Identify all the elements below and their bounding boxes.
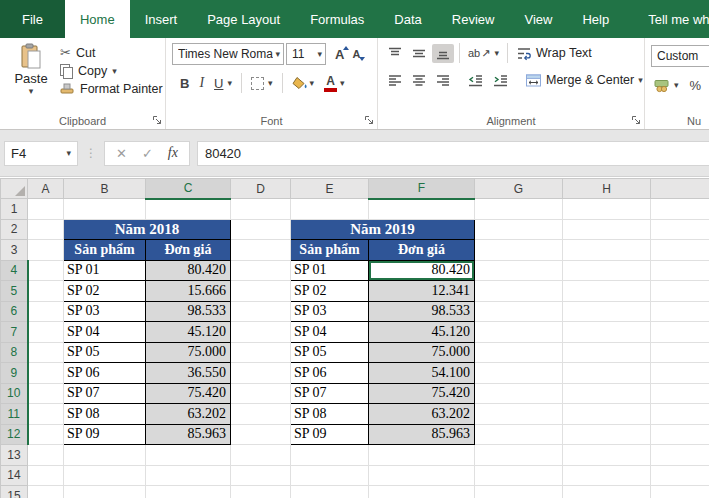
fill-color-button[interactable]: ▾ — [288, 74, 319, 93]
cell-G6[interactable] — [475, 301, 563, 322]
cell-I15[interactable] — [651, 486, 709, 498]
cell-E2[interactable]: Năm 2019 — [291, 219, 475, 240]
tab-help[interactable]: Help — [567, 0, 624, 38]
tab-insert[interactable]: Insert — [130, 0, 193, 38]
insert-function-button[interactable]: fx — [168, 145, 178, 161]
wrap-text-button[interactable]: Wrap Text — [513, 44, 595, 63]
column-header-G[interactable]: G — [475, 179, 563, 199]
cell-G3[interactable] — [475, 240, 563, 261]
row-header-13[interactable]: 13 — [1, 445, 28, 466]
merge-center-button[interactable]: Merge & Center ▾ — [522, 71, 646, 90]
cell-A9[interactable] — [28, 363, 64, 384]
cell-D4[interactable] — [231, 260, 291, 281]
cell-B4[interactable]: SP 01 — [64, 260, 146, 281]
cell-I9[interactable] — [651, 363, 709, 384]
cell-F12[interactable]: 85.963 — [369, 424, 475, 445]
cell-E6[interactable]: SP 03 — [291, 301, 369, 322]
cell-D12[interactable] — [231, 424, 291, 445]
row-header-1[interactable]: 1 — [1, 199, 28, 220]
cell-B15[interactable] — [64, 486, 146, 498]
align-left-button[interactable] — [384, 71, 406, 90]
cell-I8[interactable] — [651, 342, 709, 363]
cell-A4[interactable] — [28, 260, 64, 281]
cell-A13[interactable] — [28, 445, 64, 466]
cell-G10[interactable] — [475, 383, 563, 404]
column-header-C[interactable]: C — [146, 179, 231, 199]
cell-C10[interactable]: 75.420 — [146, 383, 231, 404]
cell-H14[interactable] — [563, 465, 651, 486]
clipboard-dialog-launcher-icon[interactable] — [152, 115, 162, 125]
cell-E13[interactable] — [291, 445, 369, 466]
select-all-button[interactable] — [1, 179, 28, 199]
cell-H8[interactable] — [563, 342, 651, 363]
cell-B10[interactable]: SP 07 — [64, 383, 146, 404]
tab-data[interactable]: Data — [379, 0, 436, 38]
column-header-A[interactable]: A — [28, 179, 64, 199]
cell-D5[interactable] — [231, 281, 291, 302]
cell-F6[interactable]: 98.533 — [369, 301, 475, 322]
cell-B12[interactable]: SP 09 — [64, 424, 146, 445]
cell-G7[interactable] — [475, 322, 563, 343]
row-header-12[interactable]: 12 — [1, 424, 28, 445]
cell-E5[interactable]: SP 02 — [291, 281, 369, 302]
cell-I10[interactable] — [651, 383, 709, 404]
alignment-dialog-launcher-icon[interactable] — [631, 115, 641, 125]
row-header-15[interactable]: 15 — [1, 486, 28, 498]
cell-C5[interactable]: 15.666 — [146, 281, 231, 302]
tab-page-layout[interactable]: Page Layout — [192, 0, 295, 38]
cell-H4[interactable] — [563, 260, 651, 281]
cell-A11[interactable] — [28, 404, 64, 425]
cell-A15[interactable] — [28, 486, 64, 498]
cell-A3[interactable] — [28, 240, 64, 261]
cell-E1[interactable] — [291, 199, 369, 220]
cell-G8[interactable] — [475, 342, 563, 363]
cell-D1[interactable] — [231, 199, 291, 220]
bottom-align-button[interactable] — [432, 44, 454, 63]
paste-button[interactable]: Paste ▾ — [6, 43, 56, 113]
cell-F10[interactable]: 75.420 — [369, 383, 475, 404]
cell-H6[interactable] — [563, 301, 651, 322]
middle-align-button[interactable] — [408, 44, 430, 63]
row-header-2[interactable]: 2 — [1, 219, 28, 240]
cell-I12[interactable] — [651, 424, 709, 445]
cell-A12[interactable] — [28, 424, 64, 445]
column-header-partial[interactable] — [651, 179, 709, 199]
orientation-button[interactable]: ab↗ ▾ — [465, 45, 502, 62]
cell-C9[interactable]: 36.550 — [146, 363, 231, 384]
tab-view[interactable]: View — [509, 0, 567, 38]
row-header-10[interactable]: 10 — [1, 383, 28, 404]
tell-me-box[interactable]: Tell me what you wa — [638, 0, 709, 38]
cell-I3[interactable] — [651, 240, 709, 261]
copy-button[interactable]: Copy ▾ — [60, 64, 163, 78]
shrink-font-button[interactable]: A — [348, 46, 364, 62]
cell-C12[interactable]: 85.963 — [146, 424, 231, 445]
cell-I7[interactable] — [651, 322, 709, 343]
cell-E14[interactable] — [291, 465, 369, 486]
cell-E8[interactable]: SP 05 — [291, 342, 369, 363]
cell-E10[interactable]: SP 07 — [291, 383, 369, 404]
cell-D9[interactable] — [231, 363, 291, 384]
italic-button[interactable]: I — [195, 73, 208, 93]
tab-file[interactable]: File — [0, 0, 65, 38]
cell-H9[interactable] — [563, 363, 651, 384]
bold-button[interactable]: B — [176, 74, 193, 93]
cell-H5[interactable] — [563, 281, 651, 302]
cell-H3[interactable] — [563, 240, 651, 261]
cell-C8[interactable]: 75.000 — [146, 342, 231, 363]
cell-F8[interactable]: 75.000 — [369, 342, 475, 363]
cell-C11[interactable]: 63.202 — [146, 404, 231, 425]
cell-F15[interactable] — [369, 486, 475, 498]
row-header-7[interactable]: 7 — [1, 322, 28, 343]
cell-I4[interactable] — [651, 260, 709, 281]
accounting-format-button[interactable]: ▾ — [651, 76, 682, 95]
top-align-button[interactable] — [384, 44, 406, 63]
cell-C15[interactable] — [146, 486, 231, 498]
cell-C14[interactable] — [146, 465, 231, 486]
tab-formulas[interactable]: Formulas — [295, 0, 379, 38]
cell-G5[interactable] — [475, 281, 563, 302]
column-header-B[interactable]: B — [64, 179, 146, 199]
cell-B3[interactable]: Sản phẩm — [64, 240, 146, 261]
cell-D15[interactable] — [231, 486, 291, 498]
cell-A6[interactable] — [28, 301, 64, 322]
cell-H12[interactable] — [563, 424, 651, 445]
